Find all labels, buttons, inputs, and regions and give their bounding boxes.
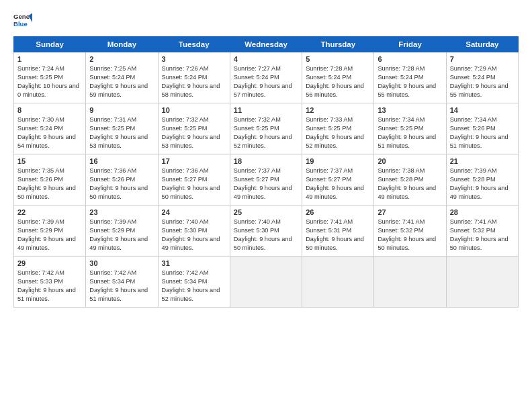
day-number: 16	[89, 157, 154, 165]
calendar-day-10: 10Sunrise: 7:32 AMSunset: 5:25 PMDayligh…	[158, 103, 230, 154]
day-info: Sunrise: 7:41 AMSunset: 5:32 PMDaylight:…	[450, 218, 515, 253]
calendar-day-13: 13Sunrise: 7:34 AMSunset: 5:25 PMDayligh…	[374, 103, 446, 154]
weekday-header-sunday: Sunday	[14, 37, 86, 52]
calendar-day-18: 18Sunrise: 7:37 AMSunset: 5:27 PMDayligh…	[230, 154, 302, 205]
calendar-week-4: 22Sunrise: 7:39 AMSunset: 5:29 PMDayligh…	[14, 205, 519, 257]
day-number: 13	[378, 106, 442, 114]
day-info: Sunrise: 7:26 AMSunset: 5:24 PMDaylight:…	[162, 64, 226, 99]
calendar-day-3: 3Sunrise: 7:26 AMSunset: 5:24 PMDaylight…	[158, 52, 230, 103]
empty-cell	[446, 257, 518, 308]
day-number: 14	[450, 106, 515, 114]
day-number: 31	[162, 259, 226, 267]
day-info: Sunrise: 7:34 AMSunset: 5:25 PMDaylight:…	[378, 116, 442, 150]
day-info: Sunrise: 7:34 AMSunset: 5:26 PMDaylight:…	[450, 116, 515, 150]
calendar-week-1: 1Sunrise: 7:24 AMSunset: 5:25 PMDaylight…	[14, 52, 519, 103]
calendar-day-2: 2Sunrise: 7:25 AMSunset: 5:24 PMDaylight…	[86, 52, 158, 103]
weekday-header-friday: Friday	[374, 37, 446, 52]
calendar-day-16: 16Sunrise: 7:36 AMSunset: 5:26 PMDayligh…	[86, 154, 158, 205]
logo: General Blue	[13, 11, 32, 30]
day-info: Sunrise: 7:36 AMSunset: 5:26 PMDaylight:…	[89, 167, 154, 201]
day-number: 8	[17, 106, 82, 114]
calendar-day-31: 31Sunrise: 7:42 AMSunset: 5:34 PMDayligh…	[158, 257, 230, 308]
day-number: 3	[162, 55, 226, 63]
calendar-day-25: 25Sunrise: 7:40 AMSunset: 5:30 PMDayligh…	[230, 205, 302, 257]
empty-cell	[302, 257, 374, 308]
day-number: 9	[89, 106, 154, 114]
day-info: Sunrise: 7:37 AMSunset: 5:27 PMDaylight:…	[234, 167, 298, 201]
day-number: 26	[306, 208, 370, 216]
day-info: Sunrise: 7:39 AMSunset: 5:29 PMDaylight:…	[17, 218, 82, 253]
calendar-day-26: 26Sunrise: 7:41 AMSunset: 5:31 PMDayligh…	[302, 205, 374, 257]
calendar-day-28: 28Sunrise: 7:41 AMSunset: 5:32 PMDayligh…	[446, 205, 518, 257]
day-info: Sunrise: 7:41 AMSunset: 5:32 PMDaylight:…	[378, 218, 442, 253]
day-info: Sunrise: 7:40 AMSunset: 5:30 PMDaylight:…	[234, 218, 298, 253]
calendar-day-21: 21Sunrise: 7:39 AMSunset: 5:28 PMDayligh…	[446, 154, 518, 205]
page: General Blue SundayMondayTuesdayWednesda…	[0, 0, 532, 411]
day-number: 27	[378, 208, 442, 216]
calendar-day-11: 11Sunrise: 7:32 AMSunset: 5:25 PMDayligh…	[230, 103, 302, 154]
day-info: Sunrise: 7:35 AMSunset: 5:26 PMDaylight:…	[17, 167, 82, 201]
day-info: Sunrise: 7:42 AMSunset: 5:33 PMDaylight:…	[17, 269, 82, 304]
day-info: Sunrise: 7:36 AMSunset: 5:27 PMDaylight:…	[162, 167, 226, 201]
empty-cell	[374, 257, 446, 308]
calendar-table: SundayMondayTuesdayWednesdayThursdayFrid…	[13, 36, 519, 308]
calendar-day-9: 9Sunrise: 7:31 AMSunset: 5:25 PMDaylight…	[86, 103, 158, 154]
day-info: Sunrise: 7:29 AMSunset: 5:24 PMDaylight:…	[450, 64, 515, 99]
day-number: 20	[378, 157, 442, 165]
day-info: Sunrise: 7:37 AMSunset: 5:27 PMDaylight:…	[306, 167, 370, 201]
day-number: 29	[17, 259, 82, 267]
calendar-day-4: 4Sunrise: 7:27 AMSunset: 5:24 PMDaylight…	[230, 52, 302, 103]
day-number: 2	[89, 55, 154, 63]
day-info: Sunrise: 7:33 AMSunset: 5:25 PMDaylight:…	[306, 116, 370, 150]
day-info: Sunrise: 7:24 AMSunset: 5:25 PMDaylight:…	[17, 64, 82, 99]
day-number: 5	[306, 55, 370, 63]
day-number: 10	[162, 106, 226, 114]
calendar-week-2: 8Sunrise: 7:30 AMSunset: 5:24 PMDaylight…	[14, 103, 519, 154]
calendar-day-17: 17Sunrise: 7:36 AMSunset: 5:27 PMDayligh…	[158, 154, 230, 205]
calendar-day-5: 5Sunrise: 7:28 AMSunset: 5:24 PMDaylight…	[302, 52, 374, 103]
calendar-day-24: 24Sunrise: 7:40 AMSunset: 5:30 PMDayligh…	[158, 205, 230, 257]
day-info: Sunrise: 7:38 AMSunset: 5:28 PMDaylight:…	[378, 167, 442, 201]
weekday-header-row: SundayMondayTuesdayWednesdayThursdayFrid…	[14, 37, 519, 52]
day-number: 25	[234, 208, 298, 216]
calendar-day-7: 7Sunrise: 7:29 AMSunset: 5:24 PMDaylight…	[446, 52, 518, 103]
day-info: Sunrise: 7:30 AMSunset: 5:24 PMDaylight:…	[17, 116, 82, 150]
day-info: Sunrise: 7:42 AMSunset: 5:34 PMDaylight:…	[89, 269, 154, 304]
logo-icon: General Blue	[13, 11, 32, 30]
day-info: Sunrise: 7:39 AMSunset: 5:29 PMDaylight:…	[89, 218, 154, 253]
svg-text:Blue: Blue	[13, 20, 28, 28]
day-number: 19	[306, 157, 370, 165]
day-number: 4	[234, 55, 298, 63]
weekday-header-wednesday: Wednesday	[230, 37, 302, 52]
calendar-day-30: 30Sunrise: 7:42 AMSunset: 5:34 PMDayligh…	[86, 257, 158, 308]
day-number: 18	[234, 157, 298, 165]
calendar-day-23: 23Sunrise: 7:39 AMSunset: 5:29 PMDayligh…	[86, 205, 158, 257]
calendar-day-6: 6Sunrise: 7:28 AMSunset: 5:24 PMDaylight…	[374, 52, 446, 103]
day-info: Sunrise: 7:40 AMSunset: 5:30 PMDaylight:…	[162, 218, 226, 253]
day-info: Sunrise: 7:28 AMSunset: 5:24 PMDaylight:…	[306, 64, 370, 99]
day-number: 7	[450, 55, 515, 63]
calendar-day-19: 19Sunrise: 7:37 AMSunset: 5:27 PMDayligh…	[302, 154, 374, 205]
day-info: Sunrise: 7:32 AMSunset: 5:25 PMDaylight:…	[234, 116, 298, 150]
day-number: 12	[306, 106, 370, 114]
calendar-day-12: 12Sunrise: 7:33 AMSunset: 5:25 PMDayligh…	[302, 103, 374, 154]
calendar-day-20: 20Sunrise: 7:38 AMSunset: 5:28 PMDayligh…	[374, 154, 446, 205]
day-info: Sunrise: 7:32 AMSunset: 5:25 PMDaylight:…	[162, 116, 226, 150]
day-number: 30	[89, 259, 154, 267]
day-info: Sunrise: 7:25 AMSunset: 5:24 PMDaylight:…	[89, 64, 154, 99]
day-number: 15	[17, 157, 82, 165]
day-number: 6	[378, 55, 442, 63]
day-number: 21	[450, 157, 515, 165]
calendar-day-27: 27Sunrise: 7:41 AMSunset: 5:32 PMDayligh…	[374, 205, 446, 257]
calendar-day-15: 15Sunrise: 7:35 AMSunset: 5:26 PMDayligh…	[14, 154, 86, 205]
day-info: Sunrise: 7:42 AMSunset: 5:34 PMDaylight:…	[162, 269, 226, 304]
calendar-day-1: 1Sunrise: 7:24 AMSunset: 5:25 PMDaylight…	[14, 52, 86, 103]
day-info: Sunrise: 7:31 AMSunset: 5:25 PMDaylight:…	[89, 116, 154, 150]
day-number: 24	[162, 208, 226, 216]
day-number: 23	[89, 208, 154, 216]
day-number: 1	[17, 55, 82, 63]
calendar-day-8: 8Sunrise: 7:30 AMSunset: 5:24 PMDaylight…	[14, 103, 86, 154]
day-info: Sunrise: 7:27 AMSunset: 5:24 PMDaylight:…	[234, 64, 298, 99]
weekday-header-tuesday: Tuesday	[158, 37, 230, 52]
day-number: 17	[162, 157, 226, 165]
